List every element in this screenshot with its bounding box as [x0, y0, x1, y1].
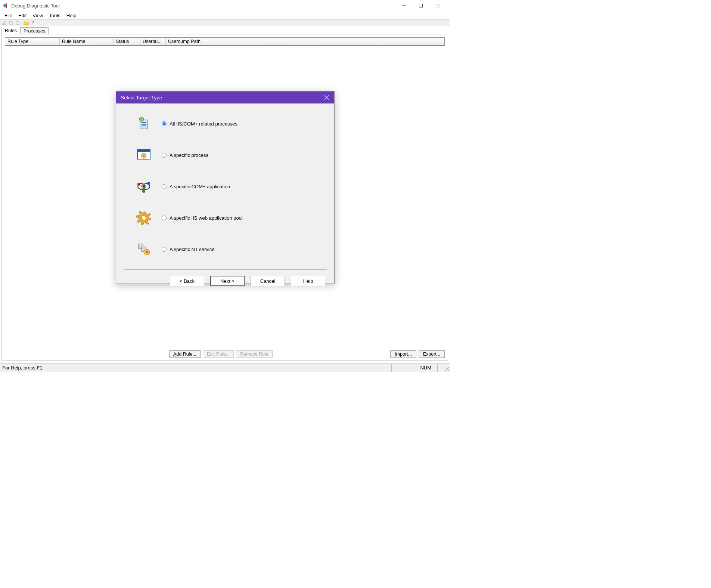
svg-point-6 [3, 24, 4, 25]
app-icon [3, 3, 9, 9]
maximize-button[interactable] [412, 0, 429, 11]
svg-point-28 [137, 183, 140, 186]
radio-specific-process[interactable]: A specific process [162, 152, 208, 158]
statusbar: For Help, press F1 NUM [0, 363, 450, 372]
menu-help[interactable]: Help [63, 12, 80, 19]
menu-tools[interactable]: Tools [46, 12, 63, 19]
col-status[interactable]: Status [114, 38, 140, 45]
menubar: File Edit View Tools Help [0, 11, 450, 19]
cancel-button[interactable]: Cancel [251, 276, 285, 286]
next-button[interactable]: Next > [210, 276, 245, 286]
status-empty-1 [391, 364, 414, 372]
option-nt-service: A specific NT service [135, 240, 323, 258]
dialog-title: Select Target Type [121, 95, 319, 100]
col-userdump-count[interactable]: Userdu... [140, 38, 166, 45]
service-icon [135, 240, 153, 258]
radio-all-iis-com[interactable]: All IIS/COM+ related processes [162, 121, 237, 127]
gear-icon [135, 209, 153, 227]
option-label: A specific NT service [170, 247, 214, 252]
col-rule-type[interactable]: Rule Type [5, 38, 60, 45]
svg-point-7 [5, 24, 6, 25]
dialog-close-button[interactable] [319, 92, 334, 103]
back-button[interactable]: < Back [170, 276, 204, 286]
option-com-application: A specific COM+ application [135, 177, 323, 195]
svg-rect-19 [142, 122, 146, 123]
svg-point-24 [143, 155, 145, 157]
radio-all-iis-com-input[interactable] [162, 121, 167, 126]
dialog-buttons: < Back Next > Cancel Help [116, 270, 334, 292]
svg-rect-10 [16, 21, 19, 25]
select-target-dialog: Select Target Type All IIS/COM+ related … [116, 91, 335, 284]
svg-rect-11 [17, 21, 18, 22]
radio-com-application[interactable]: A specific COM+ application [162, 184, 230, 189]
col-spacer [274, 38, 444, 45]
svg-line-14 [448, 370, 449, 371]
radio-specific-process-input[interactable] [162, 153, 167, 158]
svg-rect-3 [419, 4, 423, 7]
option-specific-process: A specific process [135, 146, 323, 164]
svg-rect-27 [143, 185, 145, 188]
menu-file[interactable]: File [1, 12, 15, 19]
svg-rect-22 [137, 149, 150, 152]
help-button[interactable]: Help [291, 276, 325, 286]
svg-point-18 [139, 117, 144, 121]
process-icon [135, 146, 153, 164]
svg-point-30 [142, 190, 145, 193]
paste-icon[interactable] [15, 20, 20, 25]
com-icon [135, 177, 153, 195]
minimize-button[interactable] [395, 0, 412, 11]
titlebar: Debug Diagnostic Tool [0, 0, 450, 11]
bottom-buttons: Add Rule... Edit Rule... Remove Rule Imp… [2, 350, 448, 358]
tab-rules[interactable]: Rules [1, 27, 20, 34]
svg-point-31 [142, 216, 146, 220]
server-icon [135, 115, 153, 133]
window-title: Debug Diagnostic Tool [11, 3, 395, 9]
add-rule-button[interactable]: Add Rule... [169, 350, 201, 358]
toolbar-separator [22, 20, 22, 25]
option-label: All IIS/COM+ related processes [170, 121, 237, 127]
col-rule-name[interactable]: Rule Name [60, 38, 114, 45]
svg-point-29 [147, 182, 150, 185]
copy-icon[interactable] [8, 20, 13, 25]
option-label: A specific IIS web application pool [170, 215, 243, 221]
toolbar: ? [0, 19, 450, 26]
export-button[interactable]: Export... [419, 350, 445, 358]
import-button[interactable]: Import... [390, 350, 416, 358]
menu-edit[interactable]: Edit [15, 12, 30, 19]
close-button[interactable] [429, 0, 447, 11]
edit-rule-button: Edit Rule... [203, 350, 234, 358]
status-help: For Help, press F1 [0, 365, 391, 371]
svg-point-35 [146, 251, 148, 253]
tab-processes[interactable]: Processes [20, 27, 49, 34]
radio-nt-service-input[interactable] [162, 247, 167, 252]
svg-rect-20 [142, 124, 146, 126]
window-controls [395, 0, 447, 11]
radio-iis-pool-input[interactable] [162, 216, 167, 220]
svg-rect-1 [6, 3, 7, 8]
dialog-body: All IIS/COM+ related processes A specifi… [116, 103, 334, 269]
radio-nt-service[interactable]: A specific NT service [162, 247, 214, 252]
radio-iis-pool[interactable]: A specific IIS web application pool [162, 215, 243, 221]
tabstrip: Rules Processes [0, 26, 450, 34]
status-num: NUM [414, 364, 437, 372]
option-label: A specific process [170, 152, 208, 158]
cut-icon[interactable] [1, 20, 7, 25]
option-label: A specific COM+ application [170, 184, 230, 189]
menu-view[interactable]: View [30, 12, 46, 19]
folder-icon[interactable] [24, 20, 29, 25]
option-iis-pool: A specific IIS web application pool [135, 209, 323, 227]
resize-grip[interactable] [437, 364, 450, 372]
col-userdump-path[interactable]: Userdump Path [166, 38, 274, 45]
help-icon[interactable]: ? [30, 20, 35, 25]
svg-rect-9 [10, 22, 12, 25]
rules-table: Rule Type Rule Name Status Userdu... Use… [5, 37, 445, 46]
table-header: Rule Type Rule Name Status Userdu... Use… [5, 38, 444, 46]
dialog-titlebar[interactable]: Select Target Type [116, 92, 334, 103]
option-all-iis-com: All IIS/COM+ related processes [135, 115, 323, 133]
remove-rule-button: Remove Rule [236, 350, 273, 358]
radio-com-application-input[interactable] [162, 184, 167, 189]
